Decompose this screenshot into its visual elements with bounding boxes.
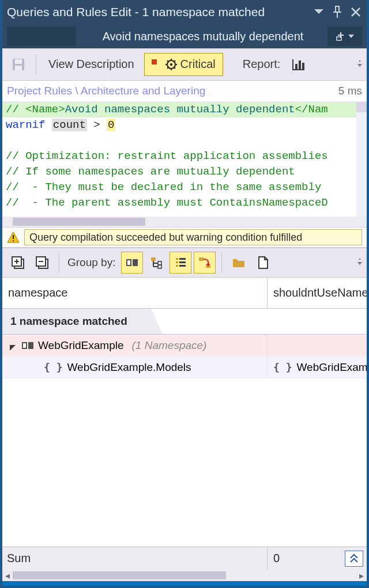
critical-label: Critical — [180, 58, 216, 71]
svg-rect-46 — [176, 265, 178, 267]
warning-icon — [7, 231, 20, 244]
expand-all-button[interactable] — [7, 252, 29, 274]
svg-rect-45 — [176, 261, 178, 263]
namespace-icon — [126, 259, 138, 266]
groupby-flat-button[interactable] — [170, 252, 191, 274]
svg-rect-30 — [13, 240, 14, 241]
toolbar-overflow-icon[interactable] — [357, 59, 362, 70]
svg-marker-54 — [357, 262, 362, 265]
add-dropdown-button[interactable] — [327, 26, 362, 46]
svg-rect-47 — [179, 258, 186, 260]
critical-swatch-icon — [152, 59, 162, 70]
svg-point-14 — [170, 63, 172, 65]
svg-marker-0 — [314, 9, 323, 14]
view-description-button[interactable]: View Description — [42, 53, 141, 76]
code-keyword: warnif — [6, 119, 45, 131]
toolbar-separator — [59, 253, 59, 272]
svg-rect-11 — [15, 59, 22, 64]
code-identifier: count — [52, 119, 87, 131]
code-op: > — [87, 119, 107, 131]
braces-icon: { } — [273, 361, 292, 373]
svg-rect-42 — [158, 261, 161, 265]
svg-rect-50 — [199, 257, 204, 261]
toolbar-separator — [36, 54, 36, 75]
chevron-down-icon — [348, 35, 354, 38]
report-label: Report: — [243, 58, 281, 71]
row-value: WebGridExamp — [297, 361, 367, 374]
main-toolbar: View Description Critical Report: — [2, 48, 367, 81]
scroll-top-button[interactable] — [345, 551, 363, 567]
svg-rect-25 — [302, 63, 304, 69]
sum-label: Sum — [2, 547, 268, 570]
svg-rect-48 — [179, 261, 186, 263]
close-icon[interactable] — [349, 6, 362, 18]
namespace-icon — [22, 342, 33, 349]
column-header-should-not-use[interactable]: shouldntUseName — [268, 278, 367, 308]
grid-horizontal-scrollbar[interactable]: ◂ ▸ — [2, 570, 367, 581]
table-row[interactable]: { } WebGridExample.Models { } WebGridExa… — [2, 356, 367, 378]
type-tree-icon — [150, 256, 163, 269]
code-comment: // - They must be declared in the same a… — [6, 181, 321, 194]
scroll-left-icon[interactable]: ◂ — [2, 570, 13, 581]
critical-button[interactable]: Critical — [144, 53, 223, 76]
group-header[interactable]: 1 namespace matched — [2, 309, 164, 334]
open-folder-button[interactable] — [228, 252, 250, 274]
svg-marker-27 — [357, 64, 362, 67]
sum-row: Sum 0 — [2, 547, 367, 570]
dropdown-icon[interactable] — [312, 6, 325, 18]
svg-rect-23 — [295, 64, 298, 69]
folder-icon — [232, 257, 246, 268]
svg-point-26 — [359, 60, 361, 62]
svg-marker-55 — [10, 345, 16, 351]
editor-scroll-up-icon[interactable] — [356, 102, 367, 112]
groupby-namespace-button[interactable] — [121, 252, 143, 274]
scroll-right-icon[interactable]: ▸ — [356, 570, 367, 581]
code-text: // <Name> — [6, 103, 65, 116]
status-row: Query compilation succeeded but warning … — [2, 227, 367, 248]
groupby-type-button[interactable] — [145, 252, 167, 274]
results-overflow-icon[interactable] — [357, 257, 362, 268]
collapse-all-icon — [35, 256, 49, 270]
column-header-namespace[interactable]: namespace — [2, 278, 268, 308]
editor-vertical-scrollbar[interactable] — [356, 102, 367, 217]
timing-label: 5 ms — [338, 85, 362, 97]
svg-rect-43 — [158, 265, 161, 268]
svg-rect-1 — [336, 6, 339, 12]
code-number: 0 — [107, 119, 115, 131]
svg-rect-44 — [176, 258, 178, 260]
window-title: Queries and Rules Edit - 1 namespace mat… — [7, 5, 312, 19]
code-comment: // - The parent assembly must ContainsNa… — [6, 196, 328, 209]
code-text: Avoid namespaces mutually dependent — [65, 103, 295, 116]
braces-icon: { } — [44, 361, 63, 373]
report-chart-button[interactable] — [287, 53, 310, 76]
code-text: </Nam — [295, 103, 328, 116]
plus-icon — [336, 31, 346, 41]
code-editor[interactable]: // <Name>Avoid namespaces mutually depen… — [2, 101, 367, 227]
groupby-dependency-button[interactable] — [194, 252, 216, 274]
svg-rect-12 — [15, 66, 22, 70]
code-comment: // Optimization: restraint application a… — [6, 150, 328, 162]
editor-horizontal-scrollbar[interactable] — [2, 217, 367, 227]
table-row[interactable]: WebGridExample (1 Namespace) — [2, 335, 367, 356]
dependency-icon — [198, 256, 212, 269]
open-file-button[interactable] — [252, 252, 274, 274]
file-icon — [257, 256, 269, 270]
pin-icon[interactable] — [331, 6, 344, 18]
svg-rect-38 — [151, 257, 156, 261]
save-button[interactable] — [7, 53, 30, 76]
gear-icon — [165, 59, 177, 70]
breadcrumb[interactable]: Project Rules \ Architecture and Layerin… — [7, 85, 205, 97]
svg-rect-49 — [179, 265, 186, 267]
title-bar: Queries and Rules Edit - 1 namespace mat… — [2, 0, 367, 48]
results-toolbar: Group by: — [2, 248, 367, 278]
group-row-wrap: 1 namespace matched — [2, 309, 367, 335]
svg-rect-24 — [299, 60, 301, 69]
collapse-all-button[interactable] — [31, 252, 53, 274]
collapse-toggle-icon[interactable] — [9, 342, 17, 350]
list-icon — [174, 256, 187, 269]
expand-all-icon — [11, 256, 25, 270]
svg-rect-29 — [13, 235, 14, 239]
rule-name-spacer — [7, 26, 76, 46]
window-bottom-border — [2, 581, 367, 586]
sum-value: 0 — [268, 547, 345, 570]
